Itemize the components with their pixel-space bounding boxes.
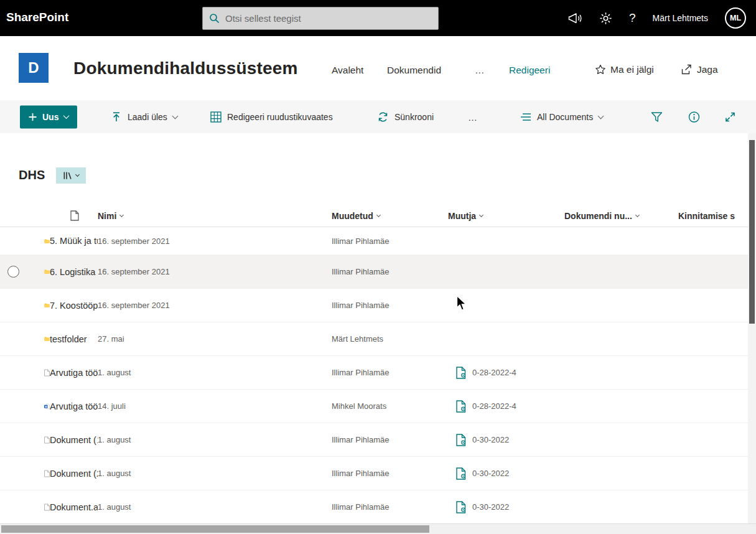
account-name[interactable]: Märt Lehtmets (653, 13, 708, 23)
doc-number-icon (456, 367, 467, 379)
item-name[interactable]: Arvutiga töötamise ohutusjuhend - Eesti … (50, 401, 98, 411)
upload-icon (111, 111, 122, 123)
doc-number-value: 0-30-2022 (472, 502, 509, 512)
folder-icon (44, 334, 50, 344)
follow-button[interactable]: Ma ei jälgi (595, 64, 654, 75)
megaphone-icon[interactable] (568, 12, 582, 24)
row-select-radio[interactable] (7, 266, 19, 278)
file-type-cell (25, 300, 50, 311)
more-commands-icon[interactable]: … (468, 111, 478, 122)
column-approval[interactable]: Kinnitamise s (678, 211, 756, 221)
nav-item-documents[interactable]: Dokumendid (387, 65, 441, 76)
item-modified: 27. mai (98, 334, 332, 344)
file-type-cell (25, 334, 50, 344)
site-title[interactable]: Dokumendihaldussüsteem (73, 59, 298, 78)
command-bar: Uus Laadi üles Redigeeri ruudustikuvaate… (0, 100, 756, 133)
item-author: Illimar Pihlamäe (332, 502, 448, 512)
column-modified-by[interactable]: Muutja (448, 211, 564, 221)
settings-gear-icon[interactable] (599, 12, 612, 25)
file-icon (44, 367, 50, 379)
item-modified: 1. august (98, 368, 332, 377)
library-content: DHS Nimi Muudetud Muutja Dokumendi nu...… (0, 133, 756, 523)
table-row[interactable]: 6. Logistika 16. september 2021 Illimar … (0, 255, 756, 289)
item-modified: 1. august (98, 502, 332, 512)
avatar[interactable]: ML (725, 7, 746, 29)
grid-edit-icon (210, 111, 222, 123)
item-name[interactable]: 5. Müük ja turundus (50, 236, 98, 246)
item-name[interactable]: Dokument (1).asice (50, 435, 98, 445)
expand-icon[interactable] (724, 111, 736, 123)
nav-item-home[interactable]: Avaleht (332, 65, 363, 76)
search-input[interactable] (225, 13, 432, 24)
item-doc-number: 0-30-2022 (448, 501, 564, 513)
vertical-scrollbar-thumb[interactable] (749, 140, 755, 324)
item-name[interactable]: testfolder (50, 334, 87, 344)
column-modified[interactable]: Muudetud (332, 211, 448, 221)
svg-text:W: W (45, 405, 47, 408)
item-author: Illimar Pihlamäe (332, 301, 448, 310)
sharepoint-logo[interactable]: SharePoint (6, 11, 68, 24)
library-view-chip[interactable] (56, 167, 86, 184)
upload-button[interactable]: Laadi üles (111, 111, 177, 123)
vertical-scrollbar[interactable] (748, 133, 756, 523)
column-doc-number[interactable]: Dokumendi nu... (564, 211, 678, 221)
site-header: D Dokumendihaldussüsteem Avaleht Dokumen… (0, 36, 756, 100)
new-button[interactable]: Uus (20, 105, 77, 128)
file-type-cell (25, 467, 50, 480)
table-row[interactable]: 5. Müük ja turundus 16. september 2021 I… (0, 227, 756, 255)
item-name[interactable]: 6. Logistika (50, 267, 95, 277)
edit-grid-view-button[interactable]: Redigeeri ruudustikuvaates (210, 111, 333, 123)
table-row[interactable]: 7. Koostööpartner ja haldusteenus 16. se… (0, 289, 756, 322)
table-row[interactable]: Arvutiga töötamise ohutusjuhend - Eesti … (0, 356, 756, 390)
nav-edit-link[interactable]: Redigeeri (509, 65, 550, 76)
nav-more-icon[interactable]: … (475, 65, 486, 76)
star-icon (595, 64, 606, 75)
item-modified: 1. august (98, 435, 332, 444)
item-author: Illimar Pihlamäe (332, 368, 448, 377)
library-title: DHS (19, 168, 45, 182)
file-type-cell (25, 236, 50, 246)
site-logo[interactable]: D (19, 53, 49, 83)
item-author: Illimar Pihlamäe (332, 435, 448, 444)
help-icon[interactable]: ? (629, 11, 636, 25)
filter-icon[interactable] (651, 111, 663, 122)
table-row[interactable]: Dokument (1).asice 1. august Illimar Pih… (0, 423, 756, 457)
share-icon (680, 64, 693, 75)
item-author: Märt Lehtmets (332, 334, 448, 344)
table-row[interactable]: W Arvutiga töötamise ohutusjuhend - Eest… (0, 390, 756, 423)
table-row[interactable]: testfolder 27. mai Märt Lehtmets (0, 322, 756, 356)
chevron-down-icon (172, 113, 178, 119)
item-name[interactable]: Dokument (2).asice (50, 469, 98, 479)
follow-label: Ma ei jälgi (610, 64, 654, 75)
view-list-icon (520, 113, 531, 121)
share-site-button[interactable]: Jaga (680, 64, 718, 75)
doc-number-icon (456, 501, 467, 513)
item-name[interactable]: Arvutiga töötamise ohutusjuhend - Eesti … (50, 368, 98, 378)
search-icon (209, 13, 220, 24)
item-author: Illimar Pihlamäe (332, 469, 448, 478)
column-file-type[interactable] (50, 210, 98, 221)
column-name[interactable]: Nimi (98, 211, 332, 221)
search-box[interactable] (202, 7, 439, 30)
table-header: Nimi Muudetud Muutja Dokumendi nu... Kin… (0, 205, 756, 227)
sync-button[interactable]: Sünkrooni (377, 111, 434, 123)
chevron-down-icon (376, 212, 381, 217)
view-selector[interactable]: All Documents (520, 112, 603, 122)
item-name[interactable]: Dokument.asice (50, 502, 98, 512)
item-modified: 16. september 2021 (98, 301, 332, 310)
chevron-down-icon (75, 172, 80, 176)
file-icon (44, 434, 50, 446)
table-row[interactable]: Dokument.asice 1. august Illimar Pihlamä… (0, 490, 756, 523)
item-author: Mihkel Moorats (332, 401, 448, 411)
plus-icon (29, 113, 37, 121)
horizontal-scrollbar-thumb[interactable] (1, 525, 429, 533)
item-name[interactable]: 7. Koostööpartner ja haldusteenus (50, 301, 98, 311)
doc-number-value: 0-28-2022-4 (472, 401, 516, 411)
table-row[interactable]: Dokument (2).asice 1. august Illimar Pih… (0, 457, 756, 490)
horizontal-scrollbar[interactable] (0, 523, 756, 534)
doc-number-value: 0-28-2022-4 (472, 368, 516, 377)
chevron-down-icon (119, 212, 124, 217)
item-modified: 1. august (98, 469, 332, 478)
info-icon[interactable] (688, 111, 700, 123)
file-type-cell (25, 266, 50, 277)
